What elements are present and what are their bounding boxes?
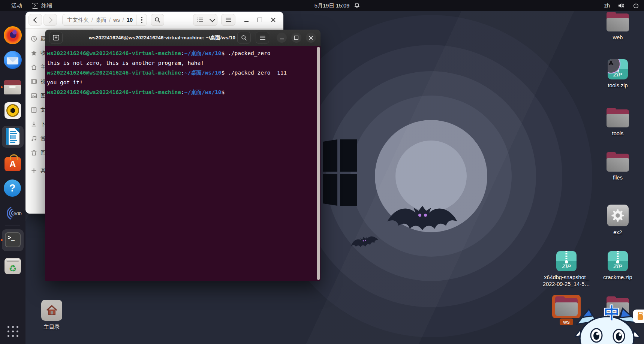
dock-item-help[interactable]: ? xyxy=(4,179,22,197)
terminal-line: ws2022416246@ws2022416246-virtual-machin… xyxy=(47,87,315,97)
minimize-icon xyxy=(244,21,249,22)
files-app-icon xyxy=(4,80,21,94)
power-icon[interactable] xyxy=(633,3,639,9)
zip-file-icon: ZiP xyxy=(608,251,628,271)
close-button[interactable] xyxy=(268,15,278,25)
breadcrumb-segment[interactable]: 主文件夹 xyxy=(63,16,90,24)
terminal-scrollbar[interactable] xyxy=(317,47,320,280)
terminal-line: ws2022416246@ws2022416246-virtual-machin… xyxy=(47,48,315,58)
new-tab-icon xyxy=(53,35,59,40)
help-icon: ? xyxy=(4,179,21,197)
desktop-icon-label: crackme.zip xyxy=(603,274,632,281)
desktop-root: web ZiP tools.zip tools files xyxy=(0,0,644,344)
main-menu-button[interactable] xyxy=(221,14,235,26)
desktop-icon-label: tools xyxy=(612,130,624,137)
desktop-icon-label: x64dbg-snapshot_ 2022-09-25_14-5… xyxy=(543,274,590,287)
view-toggle-split-button xyxy=(193,14,217,26)
back-button[interactable] xyxy=(28,14,42,26)
desktop-icon-files[interactable]: files xyxy=(592,154,644,181)
desktop-icon-tools-zip[interactable]: ZiP tools.zip xyxy=(592,59,644,89)
breadcrumb-segment[interactable]: ws xyxy=(112,17,121,23)
maximize-button[interactable] xyxy=(255,15,265,25)
terminal-app-icon xyxy=(32,3,38,9)
desktop-icon-x64dbg-zip[interactable]: ZiP x64dbg-snapshot_ 2022-09-25_14-5… xyxy=(540,251,593,287)
terminal-window: ws2022416246@ws2022416246-virtual-machin… xyxy=(45,30,321,281)
folder-icon xyxy=(607,154,629,172)
path-menu-button[interactable] xyxy=(136,15,147,25)
desktop-icon-crackme-zip[interactable]: ZiP crackme.zip xyxy=(592,251,644,281)
downloads-icon xyxy=(31,121,37,127)
hamburger-icon xyxy=(260,36,265,40)
volume-icon[interactable] xyxy=(618,3,625,9)
minimize-icon xyxy=(280,39,284,39)
dock-item-edb[interactable]: edb xyxy=(4,204,22,222)
list-view-button[interactable] xyxy=(193,14,207,26)
running-indicator-dot xyxy=(1,239,3,241)
dock-item-ubuntu-software[interactable]: A xyxy=(4,154,22,172)
search-icon xyxy=(241,35,247,41)
bat-silhouette-large xyxy=(386,204,461,244)
breadcrumb-segment[interactable]: 桌面 xyxy=(94,16,108,24)
terminal-menu-button[interactable] xyxy=(256,32,269,43)
desktop-icon-web[interactable]: web xyxy=(592,13,644,41)
executable-gear-icon xyxy=(607,205,629,226)
running-indicator-dot xyxy=(1,86,3,88)
search-button[interactable] xyxy=(151,14,164,26)
terminal-close-button[interactable] xyxy=(306,33,316,43)
clock-button[interactable]: 5月19日 15:09 xyxy=(315,2,360,9)
terminal-line: ws2022416246@ws2022416246-virtual-machin… xyxy=(47,68,315,78)
plus-icon xyxy=(31,168,37,174)
removable-drive-indicator[interactable] xyxy=(633,310,644,323)
activities-button[interactable]: 活动 xyxy=(11,2,22,9)
desktop-icon-ex2[interactable]: ex2 xyxy=(592,205,644,236)
documents-icon xyxy=(31,107,37,113)
dock-item-trash[interactable]: ♻ xyxy=(4,257,22,275)
forward-button[interactable] xyxy=(43,14,57,26)
folder-icon xyxy=(555,298,578,316)
edb-icon: edb xyxy=(4,204,22,222)
new-tab-button[interactable] xyxy=(49,32,63,43)
windows-logo xyxy=(323,139,358,206)
terminal-minimize-button[interactable] xyxy=(277,33,287,43)
home-icon xyxy=(31,64,37,70)
svg-text:edb: edb xyxy=(13,211,22,216)
recent-icon xyxy=(31,36,37,42)
terminal-content[interactable]: ws2022416246@ws2022416246-virtual-machin… xyxy=(45,46,321,281)
maximize-icon xyxy=(294,36,298,40)
libreoffice-writer-icon xyxy=(6,128,19,145)
terminal-line: this is not zero, this is another progra… xyxy=(47,58,315,68)
dock-item-rhythmbox[interactable] xyxy=(4,102,22,120)
dock-item-files[interactable] xyxy=(4,78,22,96)
music-icon xyxy=(31,135,37,142)
breadcrumb-segment-current[interactable]: 10 xyxy=(125,17,136,23)
terminal-maximize-button[interactable] xyxy=(291,33,301,43)
minimize-button[interactable] xyxy=(241,15,251,25)
input-method-indicator[interactable]: zh xyxy=(604,3,610,9)
dock-item-libreoffice-writer[interactable] xyxy=(4,127,22,145)
dock: A ? edb >_ ♻ xyxy=(0,11,25,344)
desktop-icon-tools[interactable]: tools xyxy=(592,109,644,137)
show-applications-button[interactable] xyxy=(6,325,19,338)
desktop-icon-home[interactable]: 主目录 xyxy=(25,300,78,330)
desktop-icon-label: web xyxy=(613,34,623,41)
notification-bell-icon xyxy=(354,3,359,9)
folder-icon xyxy=(607,13,629,31)
desktop-icon-label: tools.zip xyxy=(608,82,628,89)
zip-file-icon: ZiP xyxy=(556,251,577,271)
focused-app-menu[interactable]: 终端 xyxy=(32,2,52,9)
ime-chinese-badge: 中 xyxy=(604,303,620,324)
pictures-icon xyxy=(31,93,37,99)
view-options-dropdown[interactable] xyxy=(207,14,217,26)
desktop-icon-label: files xyxy=(613,174,623,181)
dock-item-firefox[interactable] xyxy=(4,26,22,44)
clock-label: 5月19日 15:09 xyxy=(315,2,350,9)
desktop-icon-label: ex2 xyxy=(613,229,622,236)
dock-item-thunderbird[interactable] xyxy=(4,51,22,69)
rhythmbox-icon xyxy=(4,102,21,119)
videos-icon xyxy=(31,78,37,85)
terminal-search-button[interactable] xyxy=(237,32,251,43)
breadcrumb: 主文件夹 / 桌面 / ws / 10 xyxy=(62,14,147,26)
chevron-left-icon xyxy=(33,17,39,23)
hamburger-icon xyxy=(226,18,231,22)
dock-item-terminal[interactable]: >_ xyxy=(4,231,22,249)
